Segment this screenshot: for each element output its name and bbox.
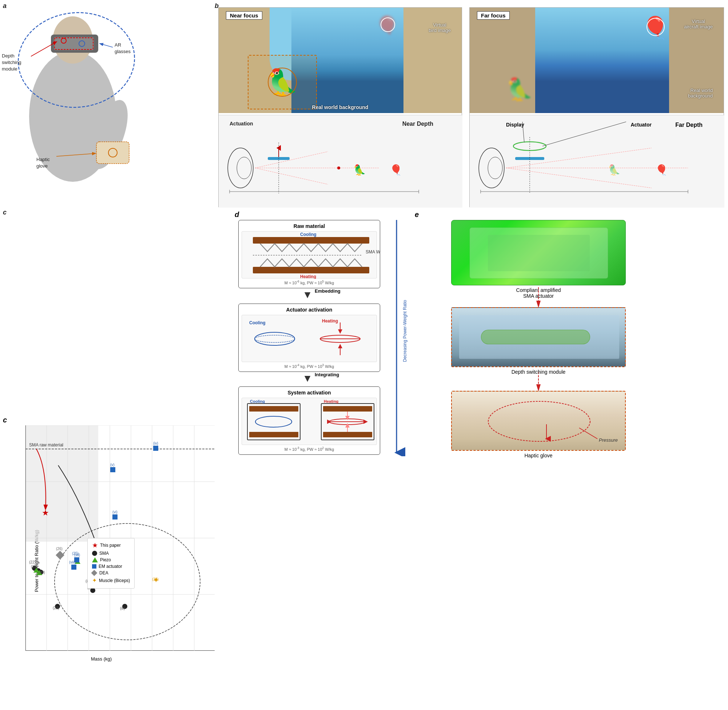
panel-c: c c Power to Weight Ratio (W/kg) <box>0 207 226 462</box>
panel-d-label: d <box>235 210 239 219</box>
sys-heater-top-l <box>249 406 299 412</box>
near-focal-point <box>337 167 340 169</box>
pressure-label: Pressure <box>599 437 618 443</box>
display-connector <box>522 122 524 142</box>
optical-line-2 <box>255 168 328 184</box>
sma-inside-depth <box>481 330 590 344</box>
depth-module-label: Depth switching module <box>451 369 626 375</box>
panel-a: a <box>0 0 211 204</box>
balloon-far-small: 🎈 <box>655 164 668 176</box>
em-point-viii <box>71 565 76 570</box>
cooling-2: Cooling <box>249 320 266 326</box>
raw-material-box: Raw material Cooling Heating SMA Wire <box>238 220 380 288</box>
sys-cooling-l: Cooling <box>250 399 265 403</box>
far-diagram-svg: 🦜 🎈 <box>470 115 724 208</box>
sma-wire-label: SMA Wire <box>366 249 380 254</box>
raw-material-content: Cooling Heating SMA Wire <box>241 231 377 279</box>
blue-connector-ar <box>100 44 113 47</box>
embedding-text: Embedding <box>315 288 341 294</box>
arrow-down-2: ▼ <box>302 373 313 384</box>
label-26: (26) <box>56 547 63 551</box>
stage-embedding: Actuator activation Cooling Heating <box>238 304 380 372</box>
stage-raw-material: Raw material Cooling Heating SMA Wire <box>238 220 380 288</box>
label-viii: (viii) <box>69 560 76 564</box>
panel-b: b Near focus 🎈 🦜 Virtual bi <box>215 0 724 204</box>
x-axis-label: Mass (kg) <box>91 656 112 662</box>
sma-raw-text: SMA raw material <box>29 442 63 447</box>
white-circle-far <box>647 18 665 36</box>
optical-line-1 <box>255 152 328 168</box>
toucan-near-box: 🦜 <box>248 55 317 109</box>
far-focus-panel: Far focus 🎈 🦜 Virtual aircraft image Rea… <box>469 7 724 207</box>
depth-module-photo <box>451 307 626 367</box>
green-inner2 <box>488 235 590 271</box>
dea-icon <box>91 570 97 576</box>
ellipse-blue-left <box>255 332 295 345</box>
sys-heater-bot-r <box>323 432 372 437</box>
heater-bottom <box>253 267 369 273</box>
label-23: (23) <box>53 606 59 610</box>
system-activation-title: System activation <box>241 390 377 396</box>
panel-a-illustration <box>0 0 207 200</box>
panel-e: e Compliant amplified SMA actuator <box>415 209 724 464</box>
legend-dea: DEA <box>92 571 130 575</box>
legend-em: EM actuator <box>92 564 130 569</box>
raw-material-title: Raw material <box>241 223 377 229</box>
ar-glasses-screen <box>54 37 94 50</box>
embed-mass-label: M ≈ 10-4 kg, PW ≈ 103 W/kg <box>241 364 377 369</box>
raw-mass-label: M ≈ 10-6 kg, PW ≈ 105 W/kg <box>241 280 377 285</box>
actuator-connector <box>543 122 626 146</box>
muscle-icon: ✦ <box>92 577 97 584</box>
real-world-far-label: Real world background <box>688 88 713 98</box>
toucan-far-small: 🦜 <box>608 164 621 176</box>
label-vi: (vi) <box>112 510 118 514</box>
system-svg: Cooling Heating <box>242 398 380 445</box>
pupil <box>237 157 251 179</box>
balloon-near-small: 🎈 <box>390 164 402 176</box>
em-icon <box>92 564 96 569</box>
toucan-near-small: 🦜 <box>353 164 366 176</box>
far-scene-bg: 🎈 🦜 Virtual aircraft image Real world ba… <box>470 7 724 113</box>
label-iii: (iii) <box>120 606 125 610</box>
em-point-iv <box>153 446 158 451</box>
sma-wire-bottom <box>260 259 362 267</box>
integrating-content: Cooling Heating <box>241 398 377 445</box>
ellipse-blue-inner <box>255 335 295 342</box>
eye-ellipse <box>228 148 253 188</box>
sys-ellipse-l <box>255 416 292 427</box>
decreasing-label: Decreasing Power-Weight Ratio <box>402 300 407 362</box>
near-focus-panel: Near focus 🎈 🦜 Virtual bird image <box>218 7 462 207</box>
label-v: (v) <box>110 463 115 467</box>
pressure-line <box>579 428 597 439</box>
piezo-icon <box>92 557 98 562</box>
green-actuator-label: Compliant amplified SMA actuator <box>451 287 626 299</box>
em-point-vi <box>112 514 118 519</box>
virtual-bird-label: Virtual bird image <box>429 22 451 33</box>
label-20: (20) <box>38 571 45 574</box>
legend-muscle: ✦ Muscle (Biceps) <box>92 577 130 584</box>
panel-c-title: c <box>3 416 7 424</box>
sys-heating-r: Heating <box>324 399 338 403</box>
legend-this-paper: ★ This paper <box>92 541 130 549</box>
haptic-glove-photo: Pressure <box>451 391 626 451</box>
integrating-box: System activation Cooling <box>238 386 380 455</box>
green-actuator-photo <box>451 220 626 285</box>
this-paper-star: ★ <box>42 508 49 517</box>
chart-legend: ★ This paper SMA Piezo EM actuator <box>87 538 135 588</box>
panel-c-label: c <box>3 209 7 216</box>
pupil-far <box>488 157 502 179</box>
sma-icon <box>92 551 97 556</box>
heater-top <box>253 237 369 244</box>
toucan-far-blurred: 🦜 <box>506 76 533 102</box>
orange-circle-near <box>268 67 297 97</box>
far-optical-2 <box>506 168 652 188</box>
ar-glasses-label: AR glasses <box>115 42 131 55</box>
stage-integrating: System activation Cooling <box>238 386 380 455</box>
near-focus-diagram: Actuation Near Depth 🦜 <box>219 115 462 208</box>
sys-mass-label: M ≈ 10-3 kg, PW ≈ 102 W/kg <box>241 446 377 452</box>
chart-container: Power to Weight Ratio (W/kg) <box>25 425 215 651</box>
label-22: (22) <box>29 560 36 564</box>
eye-ellipse-far <box>479 148 504 188</box>
embedding-box: Actuator activation Cooling Heating <box>238 304 380 372</box>
depth-switching-label: Depth switching module <box>2 53 21 73</box>
